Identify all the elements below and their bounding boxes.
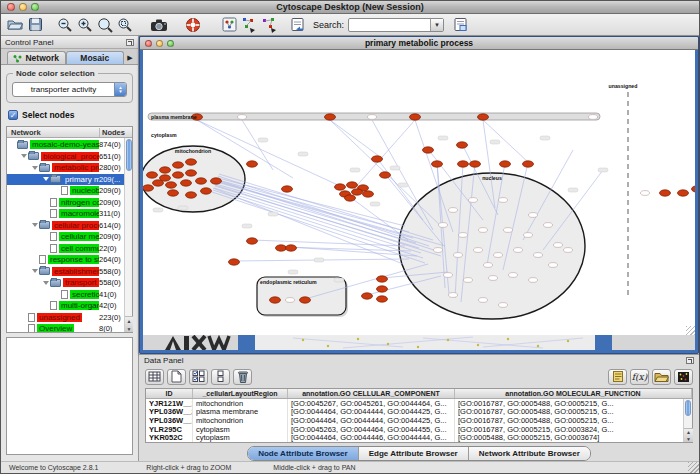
graph-node-selected[interactable] [282,186,293,192]
graph-node-unselected[interactable] [464,278,473,283]
graph-node-selected[interactable] [377,276,388,282]
float-data-panel-icon[interactable] [686,357,694,364]
graph-node-unselected[interactable] [499,303,508,308]
tree-item-transport[interactable]: transport558(0) [7,277,132,289]
graph-node-unselected[interactable] [549,263,558,268]
graph-node-unselected[interactable] [499,198,508,203]
snapshot-icon[interactable] [149,16,169,34]
tab-network-attribute-browser[interactable]: Network Attribute Browser [469,447,590,460]
graph-node-selected[interactable] [335,184,346,190]
graph-node-selected[interactable] [143,185,154,191]
layout-1-icon[interactable] [239,16,259,34]
network-window-titlebar[interactable]: primary metabolic process [140,37,698,50]
graph-node-selected[interactable] [276,245,287,251]
graph-node-unselected[interactable] [479,298,488,303]
graph-node-selected[interactable] [362,293,373,299]
tree-item-secretion[interactable]: secretion41(0) [7,289,132,301]
graph-node-selected[interactable] [347,182,358,188]
network-overview-icon[interactable] [219,16,239,34]
graph-node-selected[interactable] [270,297,281,303]
graph-node-unselected[interactable] [529,278,538,283]
graph-node-selected[interactable] [286,245,297,251]
tree-item-nitrogen-compo[interactable]: nitrogen compo209(0) [7,197,132,209]
network-graph[interactable]: plasma membranecytoplasmmitochondrionnuc… [143,50,695,335]
graph-node-unselected[interactable] [564,248,573,253]
tab-node-attribute-browser[interactable]: Node Attribute Browser [248,447,359,460]
table-row[interactable]: YPL036W__2plasma membrane[GO:0044464, GO… [146,408,692,417]
graph-node-unselected[interactable] [469,198,478,203]
table-row[interactable]: YLR295Ccytoplasm[GO:0045263, GO:0044464,… [146,425,692,434]
graph-node-selected[interactable] [186,159,197,165]
graph-node-unselected[interactable] [449,208,458,213]
import-table-icon[interactable] [287,16,307,34]
tab-edge-attribute-browser[interactable]: Edge Attribute Browser [359,447,469,460]
graph-node-selected[interactable] [201,188,212,194]
table-row[interactable]: YPL036W__1mitochondrion[GO:0044464, GO:0… [146,416,692,425]
tree-scrollbar[interactable]: ▲▼ [124,138,132,332]
network-canvas[interactable]: plasma membranecytoplasmmitochondrionnuc… [143,50,695,335]
tree-item-metabolic-process[interactable]: metabolic process280(0) [7,162,132,174]
graph-node-selected[interactable] [247,161,258,167]
table-scrollbar-arrows[interactable]: ▲▼ [684,428,693,442]
tree-item-response-to-stimulu[interactable]: response to stimulu264(0) [7,254,132,266]
graph-node-unselected[interactable] [484,263,493,268]
graph-node-selected[interactable] [300,297,311,303]
graph-node-unselected[interactable] [641,191,650,196]
graph-node-unselected[interactable] [554,243,563,248]
graph-node-selected[interactable] [229,259,240,265]
graph-node-selected[interactable] [325,114,336,120]
graph-node-unselected[interactable] [514,248,523,253]
tree-item-establishment-of-lo[interactable]: establishment of lo558(0) [7,266,132,278]
graph-node-unselected[interactable] [444,273,453,278]
tree-item-cellular-metabo[interactable]: cellular metabo209(0) [7,231,132,243]
graph-node-unselected[interactable] [479,228,488,233]
column-header-layout-region[interactable]: _cellularLayoutRegion [193,389,288,398]
graph-node-selected[interactable] [377,286,388,292]
graph-node-unselected[interactable] [238,115,247,120]
zoom-in-icon[interactable] [75,16,95,34]
graph-node-selected[interactable] [168,190,179,196]
graph-node-selected[interactable] [247,238,258,244]
tab-mosaic[interactable]: Mosaic [66,51,125,64]
graph-node-selected[interactable] [186,170,197,176]
tree-column-nodes[interactable]: Nodes [100,128,132,137]
graph-node-unselected[interactable] [589,115,598,120]
graph-node-selected[interactable] [196,178,207,184]
graph-node-selected[interactable] [523,161,534,167]
graph-node-selected[interactable] [457,142,468,148]
graph-node-selected[interactable] [458,161,469,167]
graph-node-unselected[interactable] [368,115,377,120]
graph-node-selected[interactable] [173,172,184,178]
tree-column-network[interactable]: Network [7,128,100,137]
graph-node-selected[interactable] [478,114,489,120]
select-attributes-icon[interactable] [189,369,208,385]
graph-node-selected[interactable] [410,114,421,120]
graph-node-selected[interactable] [181,180,192,186]
graph-node-unselected[interactable] [494,253,503,258]
delete-attribute-icon[interactable] [233,369,252,385]
graph-node-unselected[interactable] [509,273,518,278]
graph-node-selected[interactable] [660,190,671,196]
tree-scrollbar-thumb[interactable] [126,139,132,171]
graph-node-selected[interactable] [678,190,689,196]
tree-expand-handle[interactable] [31,269,39,273]
import-attributes-icon[interactable] [652,369,671,385]
graph-node-unselected[interactable] [489,276,498,281]
create-attribute-icon[interactable] [167,369,186,385]
graph-node-unselected[interactable] [286,298,295,303]
column-header-cellular-component[interactable]: annotation.GO CELLULAR_COMPONENT [288,389,455,398]
open-icon[interactable] [5,16,25,34]
graph-node-selected[interactable] [186,192,197,198]
window-resize-grip[interactable] [686,326,695,335]
unselect-attributes-icon[interactable] [211,369,230,385]
save-icon[interactable] [25,16,45,34]
tab-overflow-arrow[interactable]: ▶ [124,51,136,64]
zoom-out-icon[interactable] [55,16,75,34]
tree-item-multi-organism-pro[interactable]: multi-organism pro42(0) [7,300,132,312]
search-input-value[interactable] [349,19,430,31]
graph-node-selected[interactable] [500,161,511,167]
graph-node-selected[interactable] [160,167,171,173]
app-resize-grip[interactable] [688,462,699,473]
graph-node-unselected[interactable] [454,253,463,258]
tree-item-macromolecule[interactable]: macromolecule311(0) [7,208,132,220]
